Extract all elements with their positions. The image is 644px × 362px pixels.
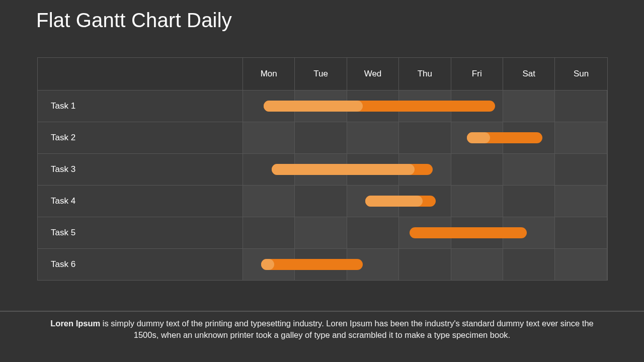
gantt-cell <box>503 154 555 185</box>
gantt-cell <box>451 186 503 217</box>
footer-lead: Loren Ipsum <box>50 319 100 328</box>
footer-body: is simply dummy text of the printing and… <box>100 319 594 339</box>
gantt-cell <box>295 217 347 248</box>
gantt-bar-total <box>410 227 527 238</box>
gantt-bar <box>261 259 363 270</box>
footer-text: Loren Ipsum is simply dummy text of the … <box>37 318 607 341</box>
gantt-cell <box>399 122 451 153</box>
gantt-cell <box>347 122 399 153</box>
gantt-cell <box>555 186 607 217</box>
task-label: Task 1 <box>38 90 243 122</box>
day-header: Mon <box>243 58 295 90</box>
table-row: Task 3 <box>38 154 607 186</box>
gantt-bar <box>410 227 527 238</box>
table-row: Task 4 <box>38 186 607 217</box>
day-header: Sun <box>555 58 607 90</box>
table-row: Task 2 <box>38 122 607 154</box>
gantt-cell <box>347 217 399 248</box>
footer-divider <box>0 311 644 312</box>
gantt-bar <box>365 196 436 207</box>
gantt-cell <box>295 122 347 153</box>
gantt-bar <box>264 101 495 112</box>
task-label: Task 2 <box>38 122 243 153</box>
task-label: Task 6 <box>38 249 243 280</box>
gantt-cell <box>243 186 295 217</box>
task-label: Task 4 <box>38 186 243 217</box>
gantt-cell <box>243 217 295 248</box>
day-header: Wed <box>347 58 399 90</box>
page-title: Flat Gantt Chart Daily <box>36 9 232 32</box>
gantt-cell <box>555 217 607 248</box>
gantt-cell <box>295 186 347 217</box>
gantt-cell <box>399 249 451 280</box>
gantt-table: Mon Tue Wed Thu Fri Sat Sun Task 1 Task … <box>37 57 608 281</box>
gantt-cell <box>503 186 555 217</box>
day-header: Fri <box>451 58 503 90</box>
gantt-cell <box>555 249 607 280</box>
gantt-bar-progress <box>261 259 274 270</box>
gantt-bar-progress <box>272 164 415 175</box>
table-header-row: Mon Tue Wed Thu Fri Sat Sun <box>38 58 607 90</box>
gantt-cell <box>555 154 607 185</box>
gantt-cell <box>243 122 295 153</box>
table-row: Task 1 <box>38 90 607 122</box>
gantt-cell <box>451 154 503 185</box>
table-row: Task 6 <box>38 249 607 280</box>
gantt-cell <box>503 90 555 122</box>
header-blank <box>38 58 243 90</box>
gantt-cell <box>503 249 555 280</box>
day-header: Tue <box>295 58 347 90</box>
gantt-cell <box>555 122 607 153</box>
gantt-bar <box>467 132 542 143</box>
gantt-bar <box>272 164 433 175</box>
gantt-bar-progress <box>467 132 491 143</box>
task-label: Task 5 <box>38 217 243 248</box>
gantt-bar-progress <box>365 196 423 207</box>
gantt-cell <box>555 90 607 122</box>
day-header: Sat <box>503 58 555 90</box>
gantt-bar-total <box>261 259 363 270</box>
day-header: Thu <box>399 58 451 90</box>
gantt-cell <box>451 249 503 280</box>
gantt-bar-progress <box>264 101 362 112</box>
table-row: Task 5 <box>38 217 607 249</box>
task-label: Task 3 <box>38 154 243 185</box>
